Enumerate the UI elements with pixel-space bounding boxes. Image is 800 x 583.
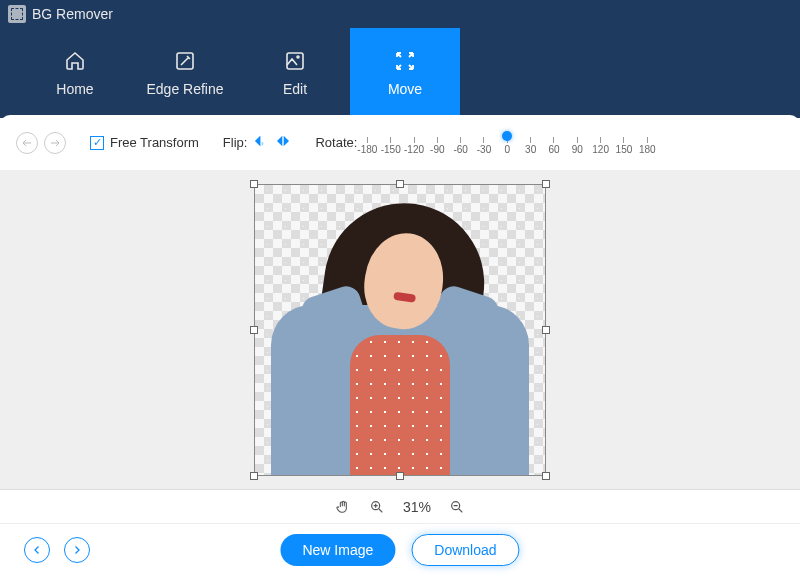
app-title: BG Remover <box>32 6 113 22</box>
tab-edge-refine-label: Edge Refine <box>146 81 223 97</box>
tab-move[interactable]: Move <box>350 28 460 118</box>
main-tabs: Home Edge Refine Edit Move <box>0 28 800 118</box>
move-toolbar: ✓ Free Transform Flip: Rotate: -180-150-… <box>0 115 800 170</box>
zoom-value: 31% <box>403 499 431 515</box>
hand-icon <box>335 499 351 515</box>
rotate-label: Rotate: <box>315 135 357 150</box>
edge-refine-icon <box>173 49 197 73</box>
handle-top-right[interactable] <box>542 180 550 188</box>
redo-icon <box>49 137 61 149</box>
zoom-out-icon <box>449 499 465 515</box>
undo-button[interactable] <box>16 132 38 154</box>
flip-label: Flip: <box>223 135 248 150</box>
app-logo-icon <box>8 5 26 23</box>
handle-bottom-left[interactable] <box>250 472 258 480</box>
download-button[interactable]: Download <box>411 534 519 566</box>
home-icon <box>63 49 87 73</box>
handle-bottom-right[interactable] <box>542 472 550 480</box>
zoom-in-icon <box>369 499 385 515</box>
next-button[interactable] <box>64 537 90 563</box>
handle-mid-left[interactable] <box>250 326 258 334</box>
flip-horizontal-icon <box>253 133 269 149</box>
flip-vertical-button[interactable] <box>275 133 291 152</box>
tab-home-label: Home <box>56 81 93 97</box>
free-transform-checkbox[interactable]: ✓ <box>90 136 104 150</box>
handle-top-mid[interactable] <box>396 180 404 188</box>
transform-frame[interactable] <box>254 184 546 476</box>
tab-home[interactable]: Home <box>20 28 130 118</box>
chevron-left-icon <box>31 544 43 556</box>
flip-vertical-icon <box>275 133 291 149</box>
tab-edit-label: Edit <box>283 81 307 97</box>
prev-button[interactable] <box>24 537 50 563</box>
move-icon <box>393 49 417 73</box>
edit-icon <box>283 49 307 73</box>
zoom-bar: 31% <box>0 490 800 524</box>
tab-edit[interactable]: Edit <box>240 28 350 118</box>
tab-edge-refine[interactable]: Edge Refine <box>130 28 240 118</box>
pan-button[interactable] <box>335 499 351 515</box>
tab-move-label: Move <box>388 81 422 97</box>
undo-icon <box>21 137 33 149</box>
subject-image[interactable] <box>271 195 529 475</box>
footer: New Image Download <box>0 524 800 576</box>
canvas-area[interactable] <box>0 170 800 490</box>
handle-mid-right[interactable] <box>542 326 550 334</box>
chevron-right-icon <box>71 544 83 556</box>
zoom-in-button[interactable] <box>369 499 385 515</box>
rotate-thumb[interactable] <box>502 131 512 141</box>
new-image-button[interactable]: New Image <box>280 534 395 566</box>
rotate-slider[interactable]: -180-150-120-90-60-300306090120150180 <box>367 131 647 155</box>
flip-horizontal-button[interactable] <box>253 133 269 152</box>
redo-button[interactable] <box>44 132 66 154</box>
zoom-out-button[interactable] <box>449 499 465 515</box>
handle-bottom-mid[interactable] <box>396 472 404 480</box>
free-transform-label: Free Transform <box>110 135 199 150</box>
handle-top-left[interactable] <box>250 180 258 188</box>
